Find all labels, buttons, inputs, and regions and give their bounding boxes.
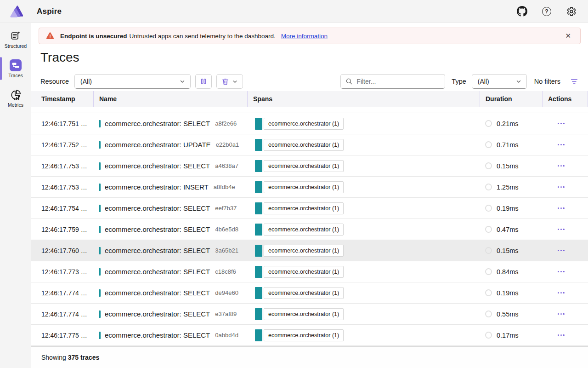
- banner-message: Untrusted apps can send telemetry to the…: [130, 33, 276, 40]
- banner-close-icon[interactable]: ✕: [562, 31, 574, 41]
- table-row[interactable]: 12:46:17.774 … ecommerce.orchestrator: S…: [31, 304, 588, 325]
- more-actions-button[interactable]: [556, 268, 566, 275]
- span-color-block: [255, 160, 262, 172]
- duration-ring-icon: [485, 162, 492, 169]
- span-label: ecommerce.orchestrator (1): [264, 308, 344, 320]
- span-badge[interactable]: ecommerce.orchestrator (1): [255, 245, 344, 257]
- trace-timestamp: 12:46:17.754 …: [41, 205, 87, 212]
- sidebar-item-structured[interactable]: Structured: [0, 27, 31, 52]
- duration-value: 1.25ms: [497, 184, 519, 191]
- span-label: ecommerce.orchestrator (1): [264, 202, 344, 214]
- span-label: ecommerce.orchestrator (1): [264, 224, 344, 236]
- span-color-block: [255, 118, 262, 130]
- span-color-block: [255, 139, 262, 151]
- resource-color-bar: [99, 120, 101, 127]
- table-row[interactable]: 12:46:17.759 … ecommerce.orchestrator: S…: [31, 219, 588, 240]
- resource-color-bar: [99, 332, 101, 339]
- more-actions-button[interactable]: [556, 226, 566, 233]
- duration-value: 0.19ms: [497, 205, 519, 212]
- table-row[interactable]: 12:46:17.773 … ecommerce.orchestrator: S…: [31, 261, 588, 282]
- trace-name: ecommerce.orchestrator: SELECT: [105, 120, 210, 127]
- resource-color-bar: [99, 268, 101, 276]
- duration-value: 0.15ms: [497, 247, 519, 254]
- span-label: ecommerce.orchestrator (1): [264, 266, 344, 278]
- trace-id: eef7b37: [215, 205, 237, 212]
- more-actions-button[interactable]: [556, 289, 566, 296]
- trace-timestamp: 12:46:17.774 …: [41, 310, 87, 318]
- trace-timestamp: 12:46:17.775 …: [41, 332, 87, 339]
- span-badge[interactable]: ecommerce.orchestrator (1): [255, 202, 344, 214]
- span-badge[interactable]: ecommerce.orchestrator (1): [255, 160, 344, 172]
- sidebar-label: Metrics: [8, 102, 23, 108]
- page-title: Traces: [31, 48, 588, 67]
- table-row[interactable]: 12:46:17.774 … ecommerce.orchestrator: S…: [31, 282, 588, 304]
- filter-input[interactable]: [356, 78, 440, 85]
- more-actions-button[interactable]: [556, 247, 566, 254]
- trace-id: e37af89: [215, 310, 237, 317]
- duration-ring-icon: [485, 120, 492, 127]
- duration-ring-icon: [485, 226, 492, 233]
- duration-ring-icon: [485, 332, 492, 339]
- trace-timestamp: 12:46:17.753 …: [41, 162, 87, 170]
- more-actions-button[interactable]: [556, 184, 566, 190]
- span-badge[interactable]: ecommerce.orchestrator (1): [255, 287, 344, 299]
- sidebar-item-metrics[interactable]: Metrics: [0, 86, 31, 110]
- help-icon[interactable]: ?: [541, 6, 552, 17]
- resource-color-bar: [99, 184, 101, 191]
- traces-icon: [10, 59, 22, 71]
- more-actions-button[interactable]: [556, 141, 566, 148]
- table-row[interactable]: 12:46:17.754 … ecommerce.orchestrator: S…: [31, 198, 588, 219]
- table-row[interactable]: 12:46:17.760 … ecommerce.orchestrator: S…: [31, 240, 588, 261]
- duration-value: 0.71ms: [497, 141, 519, 149]
- trace-id: e22b0a1: [216, 141, 239, 148]
- span-badge[interactable]: ecommerce.orchestrator (1): [255, 118, 344, 130]
- pause-button[interactable]: [195, 74, 212, 89]
- scrolled-partial-row: [31, 107, 588, 113]
- search-icon: [345, 78, 353, 85]
- trace-name: ecommerce.orchestrator: UPDATE: [105, 141, 211, 149]
- span-badge[interactable]: ecommerce.orchestrator (1): [255, 308, 344, 320]
- clear-traces-split-button[interactable]: [216, 74, 243, 89]
- chevron-down-icon: [232, 79, 238, 85]
- table-row[interactable]: 12:46:17.752 … ecommerce.orchestrator: U…: [31, 134, 588, 155]
- resource-select[interactable]: (All): [74, 74, 191, 89]
- structured-logs-icon: [10, 30, 22, 42]
- type-select[interactable]: (All): [472, 74, 527, 89]
- span-badge[interactable]: ecommerce.orchestrator (1): [255, 329, 344, 341]
- span-badge[interactable]: ecommerce.orchestrator (1): [255, 224, 344, 236]
- trace-rows: 12:46:17.751 … ecommerce.orchestrator: S…: [31, 113, 588, 346]
- span-label: ecommerce.orchestrator (1): [264, 181, 344, 193]
- trace-id: de94e60: [215, 289, 238, 296]
- more-actions-button[interactable]: [556, 120, 566, 127]
- trace-id: a8f2e66: [215, 120, 237, 127]
- trace-timestamp: 12:46:17.759 …: [41, 226, 87, 233]
- filter-search-box: [340, 74, 445, 89]
- more-actions-button[interactable]: [556, 162, 566, 169]
- more-actions-button[interactable]: [556, 310, 566, 317]
- filters-icon[interactable]: [568, 75, 581, 88]
- github-icon[interactable]: [516, 6, 527, 17]
- span-badge[interactable]: ecommerce.orchestrator (1): [255, 139, 344, 151]
- span-badge[interactable]: ecommerce.orchestrator (1): [255, 266, 344, 278]
- trace-name: ecommerce.orchestrator: SELECT: [105, 289, 210, 297]
- table-row[interactable]: 12:46:17.753 … ecommerce.orchestrator: I…: [31, 177, 588, 198]
- trace-id: 3a65b21: [215, 247, 238, 254]
- span-label: ecommerce.orchestrator (1): [264, 160, 344, 172]
- duration-value: 0.84ms: [497, 268, 519, 276]
- traces-table: Timestamp Name Spans Duration Actions 12…: [31, 91, 588, 368]
- more-actions-button[interactable]: [556, 332, 566, 339]
- span-badge[interactable]: ecommerce.orchestrator (1): [255, 181, 344, 193]
- resource-color-bar: [99, 141, 101, 149]
- resource-color-bar: [99, 226, 101, 233]
- more-actions-button[interactable]: [556, 205, 566, 212]
- trace-timestamp: 12:46:17.751 …: [41, 120, 87, 127]
- trace-id: a8fdb4e: [214, 184, 235, 190]
- table-row[interactable]: 12:46:17.775 … ecommerce.orchestrator: S…: [31, 325, 588, 346]
- table-row[interactable]: 12:46:17.751 … ecommerce.orchestrator: S…: [31, 113, 588, 134]
- settings-gear-icon[interactable]: [566, 6, 577, 17]
- table-row[interactable]: 12:46:17.753 … ecommerce.orchestrator: S…: [31, 155, 588, 177]
- duration-ring-icon: [485, 205, 492, 212]
- sidebar-item-traces[interactable]: Traces: [0, 56, 31, 81]
- more-information-link[interactable]: More information: [281, 33, 328, 40]
- aspire-logo-icon: [9, 5, 23, 18]
